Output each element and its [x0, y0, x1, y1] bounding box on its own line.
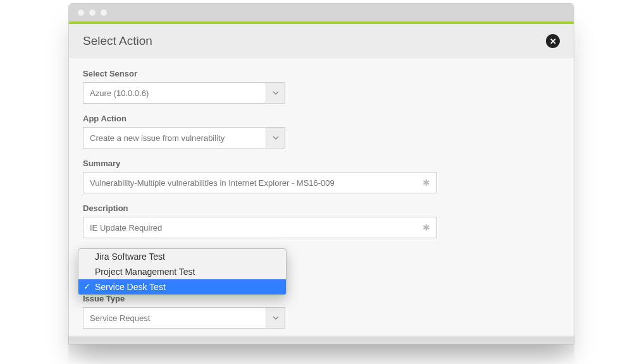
- project-option[interactable]: Jira Software Test: [78, 249, 286, 264]
- required-icon: ✱: [423, 222, 430, 233]
- label-description: Description: [83, 203, 560, 213]
- label-app-action: App Action: [83, 114, 560, 123]
- window-chrome: [69, 4, 574, 21]
- field-project: Jira Software Test Project Management Te…: [83, 248, 560, 284]
- close-button[interactable]: ✕: [546, 34, 560, 48]
- chevron-down-icon: [266, 128, 285, 148]
- label-issue-type: Issue Type: [83, 294, 560, 303]
- dialog-header: Select Action ✕: [69, 24, 574, 58]
- field-summary: Summary Vulnerability-Multiple vulnerabi…: [83, 159, 560, 193]
- input-description[interactable]: IE Update Required ✱: [83, 217, 437, 238]
- label-summary: Summary: [83, 159, 560, 168]
- dialog-window: Select Action ✕ Select Sensor Azure (10.…: [68, 3, 574, 344]
- form-body: Select Sensor Azure (10.0.0.6) App Actio…: [69, 58, 574, 344]
- select-sensor[interactable]: Azure (10.0.0.6): [83, 82, 285, 104]
- select-app-action-value: Create a new issue from vulnerability: [83, 133, 266, 143]
- field-app-action: App Action Create a new issue from vulne…: [83, 114, 560, 149]
- traffic-light-dot: [101, 9, 107, 16]
- required-icon: ✱: [423, 178, 430, 188]
- chevron-down-icon: [266, 308, 285, 328]
- field-description: Description IE Update Required ✱: [83, 203, 560, 238]
- chevron-down-icon: [266, 83, 285, 103]
- project-option-selected[interactable]: Service Desk Test: [78, 279, 286, 294]
- project-option[interactable]: Project Management Test: [78, 264, 286, 279]
- traffic-light-dot: [78, 9, 84, 16]
- select-app-action[interactable]: Create a new issue from vulnerability: [83, 127, 285, 149]
- select-issue-type-value: Service Request: [83, 313, 266, 323]
- input-summary[interactable]: Vulnerability-Multiple vulnerabilities i…: [83, 172, 437, 193]
- close-icon: ✕: [550, 37, 557, 46]
- input-summary-value: Vulnerability-Multiple vulnerabilities i…: [90, 178, 335, 188]
- window-reflection: [68, 336, 574, 364]
- input-description-value: IE Update Required: [90, 223, 162, 233]
- field-issue-type: Issue Type Service Request: [83, 294, 560, 329]
- select-issue-type[interactable]: Service Request: [83, 307, 285, 329]
- project-dropdown-popup: Jira Software Test Project Management Te…: [78, 248, 287, 295]
- label-select-sensor: Select Sensor: [83, 69, 560, 78]
- field-select-sensor: Select Sensor Azure (10.0.0.6): [83, 69, 560, 104]
- traffic-light-dot: [89, 9, 96, 16]
- dialog-title: Select Action: [83, 34, 152, 48]
- select-sensor-value: Azure (10.0.0.6): [83, 88, 266, 98]
